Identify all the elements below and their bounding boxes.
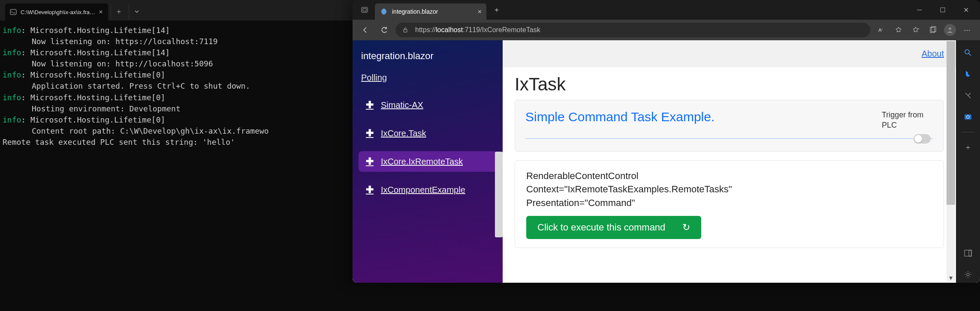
- sidebar-item-label: IxCore.IxRemoteTask: [381, 157, 463, 167]
- app-root: integration.blazor Polling ✚Simatic-AX✚I…: [353, 40, 956, 283]
- app-sidebar: integration.blazor Polling ✚Simatic-AX✚I…: [353, 40, 503, 283]
- svg-rect-0: [10, 9, 16, 15]
- read-aloud-button[interactable]: A⁾: [874, 22, 889, 38]
- scroll-down-icon[interactable]: ▾: [947, 273, 955, 282]
- close-window-button[interactable]: ✕: [955, 1, 977, 18]
- browser-window: integration.blazor ✕ ＋ ─ ✕ https://local…: [353, 0, 980, 283]
- reload-icon: ↻: [682, 222, 690, 233]
- add-sidebar-button[interactable]: ＋: [960, 139, 976, 156]
- browser-tab-title: integration.blazor: [392, 8, 473, 15]
- new-tab-button[interactable]: ＋: [490, 3, 504, 17]
- svg-point-9: [965, 50, 969, 54]
- execute-command-button[interactable]: Click to execute this command ↻: [526, 216, 701, 239]
- lock-icon: [402, 27, 410, 33]
- tools-icon[interactable]: [960, 87, 976, 104]
- sidebar-item-ixcomponentexample[interactable]: ✚IxComponentExample: [359, 179, 497, 200]
- browser-titlebar: integration.blazor ✕ ＋ ─ ✕: [353, 0, 980, 20]
- render-card: RenderableContentControlContext="IxRemot…: [515, 160, 944, 248]
- collections-button[interactable]: [925, 22, 941, 38]
- new-tab-button[interactable]: ＋: [111, 4, 126, 19]
- trigger-toggle[interactable]: [914, 134, 931, 144]
- render-line: RenderableContentControl: [526, 169, 932, 183]
- render-line: Context="IxRemoteTaskExamples.RemoteTask…: [526, 182, 932, 196]
- plus-icon: ✚: [365, 128, 375, 138]
- execute-button-label: Click to execute this command: [537, 222, 665, 233]
- outlook-icon[interactable]: O: [960, 109, 976, 125]
- url-text: https://localhost:7119/IxCoreRemoteTask: [415, 26, 540, 34]
- profile-button[interactable]: [942, 22, 958, 38]
- svg-point-8: [949, 27, 951, 30]
- divider: [525, 138, 933, 139]
- terminal-tab-title: C:\W\Develop\gh\ix-ax\ix.fra…: [21, 9, 95, 15]
- address-bar[interactable]: https://localhost:7119/IxCoreRemoteTask: [395, 23, 870, 37]
- page-title: IxTask: [515, 74, 944, 95]
- trigger-label: Trigger from PLC: [882, 110, 933, 131]
- sidebar-item-label: Simatic-AX: [381, 100, 423, 110]
- close-icon[interactable]: ✕: [477, 9, 482, 15]
- browser-tab[interactable]: integration.blazor ✕: [375, 3, 486, 20]
- task-card-title: Simple Command Task Example.: [525, 110, 873, 124]
- settings-icon[interactable]: [960, 266, 976, 283]
- plus-icon: ✚: [365, 185, 375, 195]
- scroll-thumb[interactable]: [947, 41, 955, 205]
- back-button[interactable]: [358, 22, 373, 38]
- svg-rect-3: [941, 8, 945, 12]
- sidebar-scrollbar[interactable]: [495, 152, 503, 237]
- content-scrollbar[interactable]: ▴ ▾: [947, 41, 955, 282]
- sidebar-item-ixcore-task[interactable]: ✚IxCore.Task: [359, 123, 497, 144]
- svg-point-14: [967, 273, 969, 276]
- app-topbar: About: [503, 40, 956, 67]
- terminal-icon: [9, 8, 17, 16]
- render-line: Presentation="Command": [526, 196, 932, 210]
- tab-dropdown-button[interactable]: [129, 4, 144, 19]
- tab-actions-button[interactable]: [356, 1, 373, 18]
- sidebar-panel-icon[interactable]: [960, 245, 976, 261]
- sidebar-item-simatic-ax[interactable]: ✚Simatic-AX: [359, 95, 497, 115]
- browser-toolbar: https://localhost:7119/IxCoreRemoteTask …: [353, 20, 980, 40]
- task-card: Simple Command Task Example. Trigger fro…: [515, 100, 944, 152]
- browser-viewport: integration.blazor Polling ✚Simatic-AX✚I…: [353, 40, 980, 283]
- app-brand[interactable]: integration.blazor: [361, 51, 494, 62]
- render-text: RenderableContentControlContext="IxRemot…: [526, 169, 932, 210]
- svg-text:A⁾: A⁾: [878, 27, 883, 33]
- more-button[interactable]: ⋯: [959, 22, 975, 38]
- svg-rect-4: [404, 30, 407, 32]
- sidebar-item-label: IxComponentExample: [381, 185, 465, 195]
- close-icon[interactable]: ✕: [99, 9, 103, 15]
- minimize-button[interactable]: ─: [909, 1, 930, 18]
- favorites-star-button[interactable]: [891, 22, 906, 38]
- svg-rect-13: [969, 250, 971, 256]
- edge-sidebar: O ＋: [956, 40, 980, 283]
- sidebar-item-ixcore-ixremotetask[interactable]: ✚IxCore.IxRemoteTask: [359, 151, 497, 172]
- search-icon[interactable]: [960, 45, 976, 61]
- svg-text:O: O: [966, 115, 970, 120]
- favicon-icon: [380, 8, 388, 15]
- avatar-icon: [944, 24, 956, 36]
- bing-icon[interactable]: [960, 66, 976, 82]
- svg-rect-12: [965, 250, 971, 256]
- nav-polling[interactable]: Polling: [361, 73, 494, 83]
- about-link[interactable]: About: [922, 49, 944, 59]
- sidebar-item-label: IxCore.Task: [381, 129, 426, 138]
- plus-icon: ✚: [365, 156, 375, 167]
- svg-rect-1: [362, 7, 368, 12]
- rail-divider: [962, 132, 974, 132]
- app-main: About IxTask Simple Command Task Example…: [503, 40, 956, 283]
- maximize-button[interactable]: [932, 1, 953, 18]
- refresh-button[interactable]: [377, 22, 392, 38]
- plus-icon: ✚: [365, 100, 375, 110]
- favorites-button[interactable]: [908, 22, 923, 38]
- svg-rect-2: [363, 9, 366, 11]
- terminal-tab[interactable]: C:\W\Develop\gh\ix-ax\ix.fra… ✕: [5, 3, 108, 21]
